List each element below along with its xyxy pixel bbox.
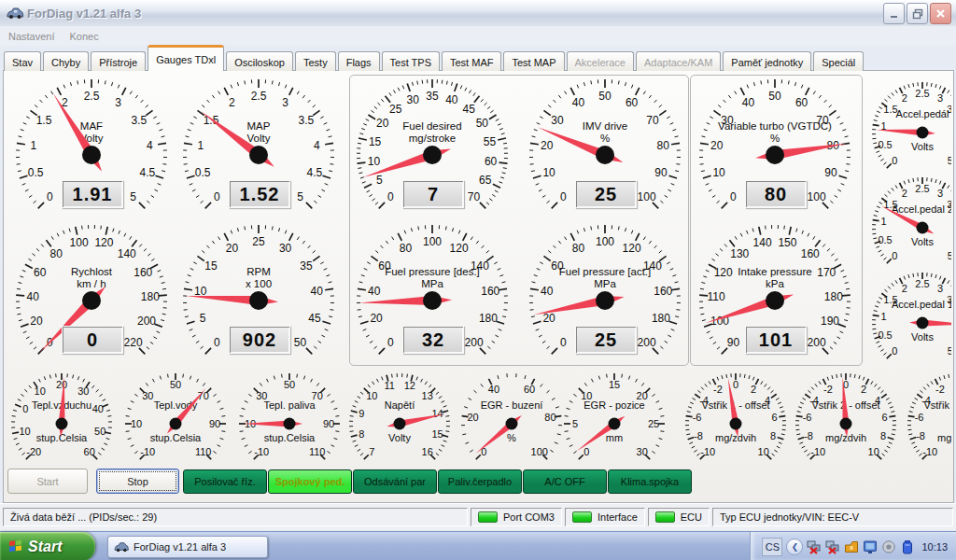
svg-text:5: 5: [376, 174, 383, 187]
gauge-hub: [249, 291, 268, 310]
tab-stav[interactable]: Stav: [4, 51, 41, 71]
svg-text:0.5: 0.5: [878, 234, 892, 245]
svg-text:-10: -10: [810, 446, 825, 457]
svg-text:kPa: kPa: [766, 278, 784, 289]
svg-text:100: 100: [808, 190, 826, 203]
gauge-variable_turbo-value: 80: [745, 180, 807, 208]
tab-adaptace-kam[interactable]: Adaptace/KAM: [636, 51, 721, 71]
relay-button-5[interactable]: A/C OFF: [523, 469, 607, 494]
minimize-button[interactable]: [883, 3, 905, 24]
restore-button[interactable]: [907, 3, 928, 24]
svg-text:0: 0: [730, 190, 737, 203]
start-menu-button[interactable]: Start: [0, 532, 95, 560]
relay-button-6[interactable]: Klima.spojka: [608, 469, 692, 494]
svg-text:65: 65: [479, 174, 492, 187]
svg-text:-10: -10: [16, 426, 31, 437]
svg-text:25: 25: [648, 418, 659, 429]
svg-text:10: 10: [131, 418, 142, 429]
svg-text:12: 12: [404, 380, 415, 391]
tab-osciloskop[interactable]: Osciloskop: [226, 51, 293, 71]
tab-p-stroje[interactable]: Přístroje: [91, 51, 146, 71]
taskbar-task-fordiag[interactable]: ForDiag v1.21 alfa 3: [107, 536, 268, 558]
tab-chyby[interactable]: Chyby: [43, 51, 89, 71]
tab-gauges-tdxl[interactable]: Gauges TDxl: [148, 45, 224, 71]
svg-text:50: 50: [170, 379, 181, 390]
svg-text:IMV drive: IMV drive: [583, 120, 628, 132]
svg-text:110: 110: [708, 290, 725, 303]
display-settings-icon[interactable]: [863, 539, 878, 554]
gauge-map-value: 1.52: [229, 180, 290, 208]
gauge-accel_pedal: 00.511.522.533.544.55Accel.pedálVolts: [872, 82, 951, 168]
svg-text:-10: -10: [254, 446, 269, 457]
svg-text:0: 0: [583, 446, 589, 457]
svg-text:14: 14: [431, 408, 443, 419]
relay-button-4[interactable]: Paliv.čerpadlo: [438, 469, 522, 494]
gauge-hub: [423, 146, 442, 164]
svg-text:2.5: 2.5: [84, 90, 100, 103]
battery-meter-icon[interactable]: [900, 539, 915, 554]
svg-text:%: %: [507, 432, 516, 443]
svg-text:3: 3: [282, 96, 288, 109]
svg-text:35: 35: [426, 90, 439, 103]
tab-speci-l[interactable]: Speciál: [813, 51, 864, 71]
relay-button-2[interactable]: Spojkový ped.: [268, 469, 352, 494]
svg-text:90: 90: [323, 418, 334, 429]
menu-item-nastaveni[interactable]: Nastavení: [8, 31, 55, 42]
svg-text:1: 1: [30, 139, 36, 152]
svg-text:-8: -8: [694, 430, 703, 441]
gauge-hub: [506, 418, 518, 430]
close-button[interactable]: [930, 3, 951, 24]
svg-text:EGR - pozice: EGR - pozice: [583, 399, 644, 411]
menu-item-konec[interactable]: Konec: [70, 31, 99, 42]
svg-text:90: 90: [727, 336, 740, 349]
language-indicator[interactable]: CS: [762, 538, 782, 556]
svg-text:50: 50: [294, 336, 307, 349]
svg-text:-6: -6: [693, 412, 702, 423]
stop-button[interactable]: Stop: [96, 469, 179, 494]
svg-text:180: 180: [141, 290, 160, 303]
svg-text:2: 2: [902, 283, 907, 294]
svg-text:1: 1: [880, 311, 886, 322]
tab-test-map[interactable]: Test MAP: [503, 51, 564, 71]
svg-text:2.5: 2.5: [915, 183, 929, 194]
network-offline-icon-1[interactable]: [807, 539, 822, 554]
gauge-hub: [423, 291, 442, 310]
svg-text:60: 60: [34, 266, 47, 279]
gauge-hub: [596, 146, 614, 164]
network-offline-icon-2[interactable]: [825, 539, 840, 554]
gauge-tepl_vody: -101030507090110Tepl.vodystup.Celsia: [125, 373, 226, 459]
start-button[interactable]: Start: [7, 469, 88, 494]
relay-button-3[interactable]: Odsávání par: [353, 469, 437, 494]
svg-text:30: 30: [279, 242, 292, 255]
tab-testy[interactable]: Testy: [295, 51, 336, 71]
svg-text:35: 35: [300, 259, 313, 273]
tab-test-maf[interactable]: Test MAF: [442, 51, 501, 71]
gauge-hub: [840, 418, 852, 430]
svg-text:Intake pressure: Intake pressure: [738, 266, 811, 277]
svg-text:200: 200: [137, 315, 156, 328]
svg-text:10: 10: [712, 166, 725, 179]
svg-text:10: 10: [368, 155, 381, 168]
tab-akcelerace[interactable]: Akcelerace: [567, 51, 634, 71]
hide-icons-chevron[interactable]: ❮: [786, 539, 803, 555]
system-tray: CS ❮: [750, 532, 956, 560]
svg-text:2.5: 2.5: [915, 88, 929, 99]
security-alert-icon[interactable]: [844, 539, 859, 554]
svg-text:20: 20: [376, 117, 389, 130]
tab-test-tps[interactable]: Test TPS: [382, 51, 440, 71]
svg-text:8: 8: [358, 428, 364, 440]
svg-text:170: 170: [817, 266, 836, 279]
relay-button-1[interactable]: Posilovač říz.: [183, 469, 267, 494]
gauge-rpm-value: 902: [229, 326, 290, 354]
svg-text:40: 40: [311, 285, 324, 298]
svg-text:mm: mm: [606, 432, 623, 443]
volume-icon[interactable]: [881, 539, 896, 554]
svg-text:120: 120: [714, 266, 733, 279]
tab-flags[interactable]: Flags: [338, 51, 380, 71]
svg-text:0: 0: [560, 336, 567, 349]
svg-text:stup.Celsia: stup.Celsia: [150, 432, 202, 443]
svg-text:30: 30: [637, 446, 648, 457]
svg-text:Accel.pedal 1: Accel.pedal 1: [892, 299, 951, 310]
svg-text:4.5: 4.5: [307, 166, 323, 179]
tab-pam-jednotky[interactable]: Paměť jednotky: [723, 51, 811, 71]
